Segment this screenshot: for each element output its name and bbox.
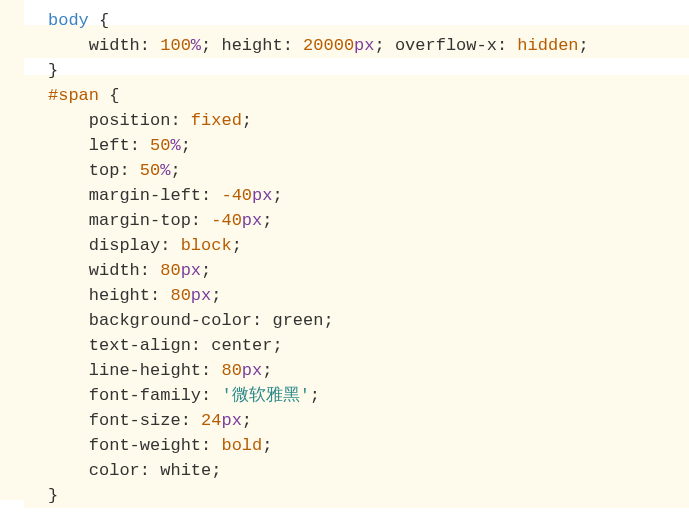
indent: [48, 361, 89, 380]
gutter: [0, 0, 24, 25]
property-token: width: [89, 261, 140, 280]
number-token: 24: [201, 411, 221, 430]
code-content: width: 100%; height: 20000px; overflow-x…: [24, 33, 689, 58]
gutter: [0, 25, 24, 50]
gutter: [0, 225, 24, 250]
colon-token: :: [140, 36, 160, 55]
property-token: font-weight: [89, 436, 201, 455]
colon-token: :: [140, 261, 160, 280]
gutter: [0, 75, 24, 100]
semicolon-token: ;: [262, 361, 272, 380]
property-token: color: [89, 461, 140, 480]
brace-open: {: [99, 86, 119, 105]
indent: [48, 261, 89, 280]
colon-token: :: [170, 111, 190, 130]
code-content: font-family: '微软雅黑';: [24, 383, 689, 408]
unit-token: %: [170, 136, 180, 155]
indent: [48, 36, 89, 55]
keyword-token: hidden: [517, 36, 578, 55]
code-content: }: [24, 483, 689, 508]
code-content: height: 80px;: [24, 283, 689, 308]
number-token: -40: [221, 186, 252, 205]
keyword-token: block: [181, 236, 232, 255]
keyword-token: bold: [221, 436, 262, 455]
colon-token: :: [497, 36, 517, 55]
gutter: [0, 50, 24, 75]
semicolon-token: ;: [211, 461, 221, 480]
number-token: -40: [211, 211, 242, 230]
property-token: background-color: [89, 311, 252, 330]
selector-token: body: [48, 11, 89, 30]
value-token: white: [160, 461, 211, 480]
colon-token: :: [252, 311, 272, 330]
property-token: font-family: [89, 386, 201, 405]
semicolon-token: ;: [232, 236, 242, 255]
number-token: 100: [160, 36, 191, 55]
gutter: [0, 200, 24, 225]
unit-token: px: [221, 411, 241, 430]
semicolon-token: ;: [272, 186, 282, 205]
semicolon-token: ;: [375, 36, 385, 55]
number-token: 80: [221, 361, 241, 380]
colon-token: :: [283, 36, 303, 55]
semicolon-token: ;: [201, 261, 211, 280]
gutter: [0, 475, 24, 500]
colon-token: :: [201, 436, 221, 455]
gutter: [0, 300, 24, 325]
semicolon-token: ;: [579, 36, 589, 55]
gutter: [0, 125, 24, 150]
property-token: text-align: [89, 336, 191, 355]
gutter: [0, 325, 24, 350]
property-token: height: [89, 286, 150, 305]
property-token: margin-top: [89, 211, 191, 230]
colon-token: :: [150, 286, 170, 305]
code-content: color: white;: [24, 458, 689, 483]
code-content: width: 80px;: [24, 258, 689, 283]
semicolon-token: ;: [242, 111, 252, 130]
code-content: position: fixed;: [24, 108, 689, 133]
value-token: green: [272, 311, 323, 330]
indent: [48, 111, 89, 130]
code-content: text-align: center;: [24, 333, 689, 358]
indent: [48, 236, 89, 255]
indent: [48, 461, 89, 480]
property-token: line-height: [89, 361, 201, 380]
unit-token: px: [354, 36, 374, 55]
code-content: font-size: 24px;: [24, 408, 689, 433]
semicolon-token: ;: [272, 336, 282, 355]
gutter: [0, 375, 24, 400]
property-token: font-size: [89, 411, 181, 430]
property-token: top: [89, 161, 120, 180]
semicolon-token: ;: [262, 436, 272, 455]
gutter: [0, 175, 24, 200]
colon-token: :: [191, 211, 211, 230]
property-token: overflow-x: [395, 36, 497, 55]
indent: [48, 161, 89, 180]
gutter: [0, 425, 24, 450]
semicolon-token: ;: [323, 311, 333, 330]
colon-token: :: [201, 386, 221, 405]
number-token: 50: [150, 136, 170, 155]
indent: [48, 136, 89, 155]
property-token: left: [89, 136, 130, 155]
colon-token: :: [130, 136, 150, 155]
indent: [48, 386, 89, 405]
unit-token: %: [160, 161, 170, 180]
brace-close: }: [48, 61, 58, 80]
code-content: top: 50%;: [24, 158, 689, 183]
property-token: height: [221, 36, 282, 55]
keyword-token: fixed: [191, 111, 242, 130]
colon-token: :: [181, 411, 201, 430]
code-content: }: [24, 58, 689, 83]
semicolon-token: ;: [211, 286, 221, 305]
property-token: margin-left: [89, 186, 201, 205]
unit-token: px: [181, 261, 201, 280]
semicolon-token: ;: [242, 411, 252, 430]
semicolon-token: ;: [201, 36, 211, 55]
gutter: [0, 450, 24, 475]
code-content: body {: [24, 8, 689, 33]
colon-token: :: [160, 236, 180, 255]
property-token: position: [89, 111, 171, 130]
colon-token: :: [119, 161, 139, 180]
gutter: [0, 100, 24, 125]
